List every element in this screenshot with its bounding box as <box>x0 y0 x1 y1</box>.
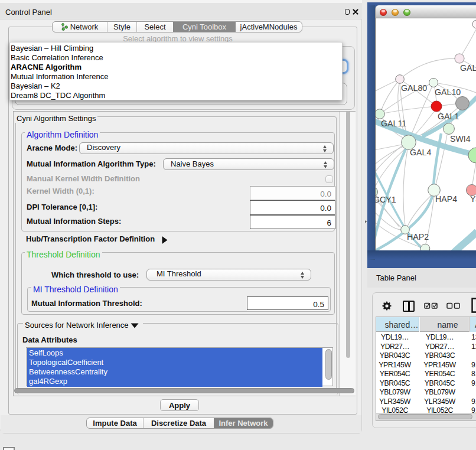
svg-text:GAL80: GAL80 <box>401 83 427 93</box>
svg-text:HAP2: HAP2 <box>407 232 429 242</box>
svg-text:GAL1: GAL1 <box>438 112 459 121</box>
svg-text:HAP4: HAP4 <box>435 194 457 204</box>
svg-text:SWI4: SWI4 <box>450 134 471 144</box>
svg-text:YJ: YJ <box>470 194 476 204</box>
svg-text:GAL4: GAL4 <box>410 148 431 157</box>
svg-text:GAL2: GAL2 <box>460 63 476 73</box>
svg-text:GAL11: GAL11 <box>381 119 406 128</box>
svg-text:GCY1: GCY1 <box>376 195 396 204</box>
svg-text:GAL10: GAL10 <box>435 87 461 97</box>
